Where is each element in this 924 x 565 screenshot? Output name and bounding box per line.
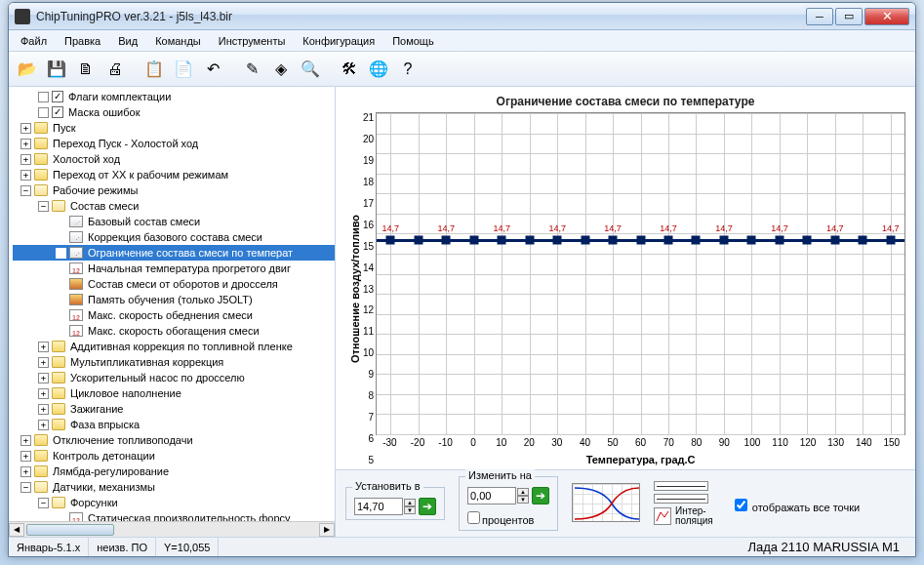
open-icon[interactable]: 📂	[15, 57, 40, 82]
data-point[interactable]	[636, 235, 645, 244]
tree-node-25[interactable]: −Датчики, механизмы	[13, 479, 335, 495]
menu-Правка[interactable]: Правка	[57, 33, 108, 49]
tree-node-7[interactable]: −Состав смеси	[13, 198, 335, 214]
paste-icon[interactable]: 📄	[171, 57, 196, 82]
tree-twister[interactable]: +	[20, 170, 31, 181]
minimize-button[interactable]: ─	[806, 8, 833, 25]
tree-node-26[interactable]: −Форсунки	[13, 495, 335, 510]
search-icon[interactable]: 🔍	[298, 57, 323, 82]
data-point[interactable]	[775, 235, 783, 244]
scroll-left-arrow[interactable]: ◀	[9, 523, 24, 537]
tree-twister[interactable]: +	[38, 373, 49, 383]
tree-node-9[interactable]: ⋰Коррекция базового состава смеси	[13, 229, 335, 245]
tree-twister[interactable]: −	[38, 201, 49, 212]
tree-twister[interactable]: +	[38, 388, 49, 399]
data-point[interactable]	[886, 235, 895, 244]
tree-node-15[interactable]: 12Макс. скорость обогащения смеси	[13, 323, 335, 339]
maximize-button[interactable]: ▭	[835, 8, 863, 25]
mini-view-2[interactable]	[654, 494, 708, 504]
help-icon[interactable]: ?	[395, 57, 421, 82]
data-point[interactable]	[386, 235, 395, 244]
menu-Команды[interactable]: Команды	[147, 33, 209, 49]
interpolation-icon[interactable]	[654, 507, 671, 525]
mini-view-1[interactable]	[654, 481, 708, 491]
tree-twister[interactable]: +	[20, 154, 31, 165]
menu-Вид[interactable]: Вид	[110, 33, 145, 49]
tree-twister[interactable]	[38, 107, 49, 118]
tune-icon[interactable]: 🛠	[337, 57, 362, 82]
tree-twister[interactable]: +	[38, 404, 49, 415]
tree-node-5[interactable]: +Переход от ХХ к рабочим режимам	[13, 167, 335, 182]
data-point[interactable]	[692, 235, 701, 244]
change-value-spinner[interactable]: ▲▼	[517, 488, 529, 504]
chart-plot[interactable]: 14,714,714,714,714,714,714,714,714,714,7	[376, 112, 905, 435]
save-icon[interactable]: 💾	[44, 57, 69, 82]
tree-node-17[interactable]: +Мультипликативная коррекция	[13, 354, 335, 370]
set-value-apply-button[interactable]: ➔	[419, 498, 436, 515]
tree-pane[interactable]: ✓Флаги комплектации✓Маска ошибок+Пуск+Пе…	[9, 87, 336, 537]
data-point[interactable]	[803, 235, 812, 244]
tree-node-19[interactable]: +Цикловое наполнение	[13, 385, 335, 401]
data-point[interactable]	[581, 235, 589, 244]
tree-node-13[interactable]: Память обучения (только J5OLT)	[13, 292, 335, 307]
tree-node-1[interactable]: ✓Маска ошибок	[13, 104, 335, 120]
data-point[interactable]	[469, 235, 478, 244]
tree-node-20[interactable]: +Зажигание	[13, 401, 335, 417]
set-value-input[interactable]	[354, 498, 403, 515]
menu-Файл[interactable]: Файл	[13, 33, 55, 49]
tree-node-12[interactable]: Состав смеси от оборотов и дросселя	[13, 276, 335, 292]
change-value-apply-button[interactable]: ➔	[532, 487, 549, 504]
tree-node-0[interactable]: ✓Флаги комплектации	[13, 89, 335, 104]
data-point[interactable]	[609, 235, 618, 244]
tree-node-3[interactable]: +Переход Пуск - Холостой ход	[13, 136, 335, 151]
show-all-points-checkbox[interactable]	[735, 499, 747, 511]
data-point[interactable]	[498, 235, 506, 244]
tree-twister[interactable]: −	[38, 498, 49, 508]
tree-twister[interactable]: +	[38, 357, 49, 368]
data-point[interactable]	[747, 235, 756, 244]
tree-twister[interactable]: +	[20, 435, 31, 446]
tree-node-2[interactable]: +Пуск	[13, 120, 335, 136]
globe-icon[interactable]: 🌐	[366, 57, 391, 82]
change-value-input[interactable]	[467, 487, 516, 504]
scroll-thumb[interactable]	[26, 524, 114, 536]
data-point[interactable]	[442, 235, 451, 244]
data-point[interactable]	[525, 235, 534, 244]
data-point[interactable]	[830, 235, 839, 244]
tree-node-18[interactable]: +Ускорительный насос по дросселю	[13, 370, 335, 385]
set-value-spinner[interactable]: ▲▼	[404, 499, 416, 514]
tree-twister[interactable]	[38, 92, 49, 102]
data-point[interactable]	[859, 235, 867, 244]
menu-Конфигурация[interactable]: Конфигурация	[295, 33, 382, 49]
close-button[interactable]: ✕	[864, 8, 909, 25]
tree-twister[interactable]: +	[38, 342, 49, 352]
tree-node-4[interactable]: +Холостой ход	[13, 151, 335, 167]
curve-sketch[interactable]	[572, 483, 640, 522]
tree-hscrollbar[interactable]: ◀ ▶	[9, 521, 335, 537]
tree-node-10[interactable]: ⋰Ограничение состава смеси по температ	[13, 245, 335, 261]
tree-twister[interactable]: −	[20, 185, 31, 196]
tree-node-11[interactable]: 12Начальная температура прогретого двиг	[13, 261, 335, 276]
data-point[interactable]	[414, 235, 422, 244]
tree-node-24[interactable]: +Лямбда-регулирование	[13, 464, 335, 479]
data-point[interactable]	[664, 235, 673, 244]
titlebar[interactable]: ChipTuningPRO ver.3.21 - j5ls_l43.bir ─ …	[9, 3, 915, 30]
tree-twister[interactable]: +	[20, 451, 31, 462]
data-point[interactable]	[553, 235, 562, 244]
tree-node-22[interactable]: +Отключение топливоподачи	[13, 432, 335, 448]
print-icon[interactable]: 🖨	[102, 57, 128, 82]
tree-twister[interactable]: +	[20, 139, 31, 149]
percent-checkbox[interactable]	[467, 511, 480, 524]
undo-icon[interactable]: ↶	[200, 57, 225, 82]
tree-twister[interactable]: −	[20, 482, 31, 493]
menu-Помощь[interactable]: Помощь	[384, 33, 442, 49]
edit-icon[interactable]: ✎	[239, 57, 264, 82]
save-as-icon[interactable]: 🗎	[73, 57, 99, 82]
tree-node-14[interactable]: 12Макс. скорость обеднения смеси	[13, 307, 335, 323]
tree-node-21[interactable]: +Фаза впрыска	[13, 417, 335, 432]
tree-node-6[interactable]: −Рабочие режимы	[13, 182, 335, 198]
menu-Инструменты[interactable]: Инструменты	[211, 33, 294, 49]
tree-twister[interactable]: +	[38, 420, 49, 430]
data-point[interactable]	[719, 235, 728, 244]
info-icon[interactable]: ◈	[268, 57, 294, 82]
